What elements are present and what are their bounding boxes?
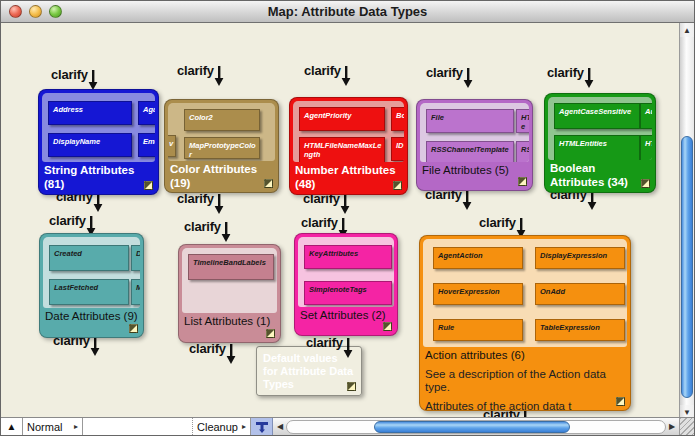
note-item[interactable]: MapPrototypeColor xyxy=(184,137,260,159)
note-item[interactable]: KeyAttributes xyxy=(304,245,392,269)
map-view-icon xyxy=(254,420,270,433)
popup-arrow-icon: ▸ xyxy=(242,422,246,431)
container-title-area: Boolean Attributes (34) xyxy=(545,160,655,193)
container-title: Boolean Attributes (34) xyxy=(550,162,650,189)
close-button[interactable] xyxy=(9,5,22,18)
vertical-scroll-track[interactable] xyxy=(680,37,694,405)
down-arrow-icon xyxy=(341,66,351,86)
container-viewport: AgentCaseSensitiveAutHTMLEntitiesHTM xyxy=(548,97,652,160)
note-item[interactable]: TableExpression xyxy=(535,319,625,341)
container-title: Set Attributes (2) xyxy=(300,309,392,323)
note-item[interactable]: v xyxy=(168,135,176,157)
link-label-clarify[interactable]: clarify xyxy=(304,63,351,86)
note-item[interactable]: Aut xyxy=(640,103,652,129)
note-item[interactable]: Created xyxy=(49,245,129,271)
zoom-button[interactable] xyxy=(49,5,62,18)
note-badge-icon xyxy=(264,179,273,188)
map-view-toggle-button[interactable] xyxy=(251,418,273,435)
down-arrow-icon xyxy=(463,68,473,88)
note-item[interactable]: AgentPriority xyxy=(299,107,385,131)
container-string-attributes[interactable]: AddressAgaDisplayNameEmaString Attribute… xyxy=(38,89,159,195)
note-item[interactable]: RSSChannelTemplate xyxy=(426,141,514,162)
note-item[interactable]: Address xyxy=(48,101,132,125)
note-item[interactable]: HoverExpression xyxy=(433,283,523,305)
container-title-area: Date Attributes (9) xyxy=(40,308,143,338)
horizontal-scroll-thumb[interactable] xyxy=(374,421,571,433)
container-file-attributes[interactable]: FileHTM eRSSChannelTemplateRSSFile Attri… xyxy=(416,99,533,191)
container-title: Date Attributes (9) xyxy=(45,310,138,324)
note-item[interactable]: File xyxy=(426,109,514,133)
container-set-attributes[interactable]: KeyAttributesSimplenoteTagsSet Attribute… xyxy=(294,233,398,336)
note-item[interactable]: SimplenoteTags xyxy=(304,281,392,305)
container-description-clipped: Attributes of the action data t xyxy=(425,400,625,411)
note-item[interactable]: Mo xyxy=(131,279,140,305)
container-title-area: File Attributes (5) xyxy=(417,162,532,191)
note-item[interactable]: LastFetched xyxy=(49,279,129,305)
link-label-clarify[interactable]: clarify xyxy=(177,191,224,214)
note-item[interactable]: TimelineBandLabels xyxy=(188,254,274,280)
note-default-values[interactable]: Default values for Attribute Data Types xyxy=(256,346,362,396)
link-label-text: clarify xyxy=(177,191,214,206)
scroll-left-arrow-icon[interactable]: ◀ xyxy=(274,422,286,431)
note-item[interactable]: HTM xyxy=(640,135,652,160)
container-title-area: List Attributes (1) xyxy=(179,313,280,343)
note-item[interactable]: Aga xyxy=(138,101,155,125)
scroll-right-arrow-icon[interactable]: ▶ xyxy=(666,422,678,431)
note-item[interactable]: AgentAction xyxy=(433,247,523,269)
vertical-scroll-thumb[interactable] xyxy=(681,136,693,397)
note-item[interactable]: DisplayExpression xyxy=(535,247,625,269)
resize-grip[interactable] xyxy=(679,418,694,435)
scroll-up-arrow-icon[interactable]: ▲ xyxy=(680,23,694,37)
link-label-clarify[interactable]: clarify xyxy=(51,67,98,90)
down-arrow-icon xyxy=(226,344,236,364)
link-label-text: clarify xyxy=(184,219,221,234)
note-item[interactable]: DisplayName xyxy=(48,133,132,157)
container-color-attributes[interactable]: Color2vMapPrototypeColorColor Attributes… xyxy=(164,99,279,193)
container-title: Action attributes (6) xyxy=(425,349,625,363)
link-label-text: clarify xyxy=(51,67,88,82)
container-title-area: Action attributes (6)See a description o… xyxy=(420,347,630,411)
note-item[interactable]: Du xyxy=(131,245,140,271)
container-action-attributes[interactable]: AgentActionDisplayExpressionHoverExpress… xyxy=(419,235,631,411)
link-label-clarify[interactable]: clarify xyxy=(184,219,231,242)
link-label-clarify[interactable]: clarify xyxy=(547,65,594,88)
container-viewport: AddressAgaDisplayNameEma xyxy=(42,93,155,162)
note-item[interactable]: OnAdd xyxy=(535,283,625,305)
note-item[interactable]: ID xyxy=(391,137,404,161)
note-item[interactable]: Ema xyxy=(138,133,155,157)
container-viewport: Color2vMapPrototypeColor xyxy=(168,103,275,161)
down-arrow-icon xyxy=(90,336,100,356)
title-bar[interactable]: Map: Attribute Data Types xyxy=(1,1,694,23)
down-arrow-icon xyxy=(221,222,231,242)
note-item[interactable]: Color2 xyxy=(184,109,260,131)
minimize-button[interactable] xyxy=(29,5,42,18)
container-date-attributes[interactable]: CreatedDuLastFetchedMoDate Attributes (9… xyxy=(39,233,144,338)
link-label-clarify[interactable]: clarify xyxy=(189,341,236,364)
down-arrow-icon xyxy=(214,66,224,86)
container-number-attributes[interactable]: AgentPriorityBonHTMLFileNameMaxLengthIDN… xyxy=(289,97,408,195)
view-mode-popup[interactable]: Normal ▸ xyxy=(23,418,83,435)
container-viewport: CreatedDuLastFetchedMo xyxy=(43,237,140,308)
container-list-attributes[interactable]: TimelineBandLabelsList Attributes (1) xyxy=(178,244,281,343)
note-item[interactable]: Rule xyxy=(433,319,523,341)
container-title-area: String Attributes (81) xyxy=(39,162,158,195)
note-item[interactable]: RSS xyxy=(516,141,529,162)
link-label-clarify[interactable]: clarify xyxy=(177,63,224,86)
container-description: See a description of the Action data typ… xyxy=(425,368,625,395)
link-label-text: clarify xyxy=(304,63,341,78)
note-item[interactable]: Bon xyxy=(391,107,404,131)
link-label-clarify[interactable]: clarify xyxy=(426,65,473,88)
horizontal-scrollbar[interactable]: ◀ ▶ xyxy=(273,418,679,435)
container-title-area: Number Attributes (48) xyxy=(290,162,407,195)
vertical-scrollbar[interactable]: ▲ ▼ xyxy=(679,23,694,419)
container-title-area: Set Attributes (2) xyxy=(295,307,397,336)
horizontal-scroll-track[interactable] xyxy=(286,420,666,434)
note-item[interactable]: HTMLEntities xyxy=(554,135,640,160)
container-boolean-attributes[interactable]: AgentCaseSensitiveAutHTMLEntitiesHTMBool… xyxy=(544,93,656,193)
note-item[interactable]: HTM e xyxy=(516,109,529,133)
note-item[interactable]: AgentCaseSensitive xyxy=(554,103,640,129)
note-item[interactable]: HTMLFileNameMaxLength xyxy=(299,137,385,162)
parent-view-button[interactable]: ▲ xyxy=(1,418,23,435)
cleanup-popup[interactable]: Cleanup ▸ xyxy=(193,418,251,435)
note-text: Default values for Attribute Data Types xyxy=(263,352,353,390)
